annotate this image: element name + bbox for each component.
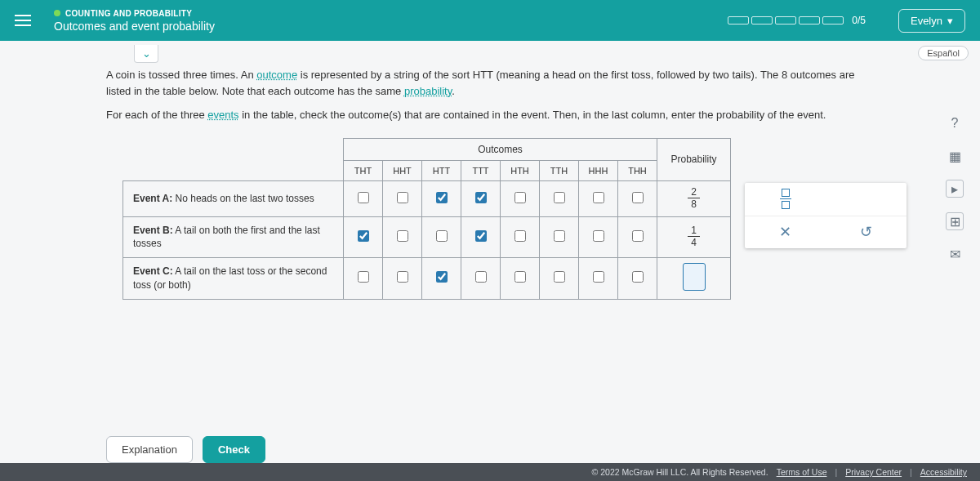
app-header: COUNTING AND PROBABILITY Outcomes and ev… bbox=[0, 0, 980, 41]
outcome-cell bbox=[344, 216, 383, 258]
outcome-checkbox[interactable] bbox=[593, 271, 604, 283]
outcome-cell bbox=[383, 258, 422, 300]
event-label: Event A: No heads on the last two tosses bbox=[123, 180, 344, 216]
outcome-checkbox[interactable] bbox=[358, 271, 369, 283]
outcomes-header: Outcomes bbox=[344, 138, 657, 160]
grid-icon: ⊞ bbox=[950, 214, 960, 229]
outcome-cell bbox=[422, 216, 461, 258]
outcome-cell bbox=[383, 216, 422, 258]
outcome-cell bbox=[461, 258, 501, 300]
input-palette: ✕ ↺ bbox=[745, 183, 906, 248]
undo-tool[interactable]: ↺ bbox=[826, 216, 906, 249]
probability-input[interactable] bbox=[683, 263, 706, 291]
probability-cell: 28 bbox=[657, 180, 731, 216]
glossary-link-outcome[interactable]: outcome bbox=[256, 69, 297, 81]
outcome-checkbox[interactable] bbox=[632, 271, 644, 283]
outcome-checkbox[interactable] bbox=[358, 192, 369, 203]
mail-icon: ✉ bbox=[950, 247, 960, 262]
outcome-checkbox[interactable] bbox=[397, 230, 408, 242]
calculator-icon: ▦ bbox=[949, 149, 961, 164]
table-row: Event B: A tail on both the first and th… bbox=[123, 216, 731, 258]
play-button[interactable]: ▸ bbox=[946, 180, 964, 198]
outcome-cell bbox=[579, 216, 618, 258]
outcome-checkbox[interactable] bbox=[514, 271, 526, 283]
user-menu[interactable]: Evelyn ▾ bbox=[898, 9, 965, 33]
chevron-down-icon: ▾ bbox=[947, 15, 953, 27]
grid-button[interactable]: ⊞ bbox=[946, 212, 964, 230]
probability-header: Probability bbox=[657, 138, 731, 180]
outcome-checkbox[interactable] bbox=[397, 192, 408, 203]
table-row: Event C: A tail on the last toss or the … bbox=[123, 258, 731, 300]
outcome-checkbox[interactable] bbox=[554, 271, 565, 283]
explanation-button[interactable]: Explanation bbox=[106, 436, 193, 463]
chevron-down-icon: ⌄ bbox=[142, 47, 151, 60]
outcome-cell bbox=[540, 258, 579, 300]
side-toolbar: ? ▦ ▸ ⊞ ✉ bbox=[946, 114, 964, 263]
probability-cell bbox=[657, 258, 731, 300]
outcome-col-HTT: HTT bbox=[422, 160, 461, 180]
outcome-checkbox[interactable] bbox=[632, 230, 644, 242]
help-icon: ? bbox=[951, 116, 959, 131]
outcome-checkbox[interactable] bbox=[632, 192, 644, 203]
outcome-cell bbox=[461, 180, 501, 216]
outcome-cell bbox=[579, 258, 618, 300]
footer: © 2022 McGraw Hill LLC. All Rights Reser… bbox=[0, 463, 980, 481]
outcome-col-HHT: HHT bbox=[383, 160, 422, 180]
outcome-cell bbox=[344, 180, 383, 216]
outcomes-table: Outcomes Probability THT HHT HTT TTT HTH… bbox=[122, 138, 731, 300]
outcome-cell bbox=[383, 180, 422, 216]
outcome-checkbox[interactable] bbox=[436, 230, 448, 242]
outcome-col-HHH: HHH bbox=[579, 160, 618, 180]
undo-icon: ↺ bbox=[860, 223, 872, 241]
outcome-cell bbox=[618, 216, 657, 258]
outcome-cell bbox=[501, 180, 540, 216]
event-label: Event B: A tail on both the first and th… bbox=[123, 216, 344, 258]
question-paragraph-1: A coin is tossed three times. An outcome… bbox=[106, 67, 874, 99]
outcome-checkbox[interactable] bbox=[514, 230, 526, 242]
glossary-link-probability[interactable]: probability bbox=[404, 85, 452, 97]
status-dot-icon bbox=[54, 10, 60, 16]
outcome-checkbox[interactable] bbox=[475, 271, 487, 283]
accessibility-link[interactable]: Accessibility bbox=[920, 467, 967, 477]
outcome-checkbox[interactable] bbox=[436, 271, 448, 283]
menu-icon[interactable] bbox=[15, 11, 31, 29]
outcome-cell bbox=[579, 180, 618, 216]
privacy-link[interactable]: Privacy Center bbox=[845, 467, 902, 477]
outcome-checkbox[interactable] bbox=[475, 230, 487, 242]
check-button[interactable]: Check bbox=[203, 436, 265, 463]
chapter-label: COUNTING AND PROBABILITY bbox=[65, 9, 192, 18]
outcome-cell bbox=[501, 216, 540, 258]
progress-indicator bbox=[728, 16, 844, 24]
outcome-checkbox[interactable] bbox=[554, 230, 565, 242]
outcome-checkbox[interactable] bbox=[358, 230, 369, 242]
outcome-col-THH: THH bbox=[618, 160, 657, 180]
outcome-col-HTH: HTH bbox=[501, 160, 540, 180]
probability-fraction: 14 bbox=[688, 225, 700, 247]
outcome-checkbox[interactable] bbox=[593, 230, 604, 242]
calculator-button[interactable]: ▦ bbox=[946, 147, 964, 165]
outcome-checkbox[interactable] bbox=[475, 192, 487, 203]
outcome-cell bbox=[501, 258, 540, 300]
outcome-checkbox[interactable] bbox=[593, 192, 604, 203]
progress-text: 0/5 bbox=[852, 15, 866, 26]
help-button[interactable]: ? bbox=[946, 114, 964, 132]
outcome-col-TTT: TTT bbox=[461, 160, 501, 180]
outcome-cell bbox=[461, 216, 501, 258]
outcome-cell bbox=[540, 180, 579, 216]
fraction-icon bbox=[780, 189, 791, 209]
table-row: Event A: No heads on the last two tosses… bbox=[123, 180, 731, 216]
terms-link[interactable]: Terms of Use bbox=[777, 467, 827, 477]
outcome-checkbox[interactable] bbox=[397, 271, 408, 283]
outcome-checkbox[interactable] bbox=[514, 192, 526, 203]
fraction-tool[interactable] bbox=[745, 183, 826, 216]
outcome-checkbox[interactable] bbox=[554, 192, 565, 203]
outcome-cell bbox=[344, 258, 383, 300]
probability-fraction: 28 bbox=[688, 187, 700, 209]
glossary-link-events[interactable]: events bbox=[207, 109, 238, 121]
question-paragraph-2: For each of the three events in the tabl… bbox=[106, 107, 874, 123]
language-toggle[interactable]: Español bbox=[918, 46, 969, 60]
clear-tool[interactable]: ✕ bbox=[745, 216, 826, 249]
feedback-button[interactable]: ✉ bbox=[946, 245, 964, 263]
outcome-col-TTH: TTH bbox=[540, 160, 579, 180]
outcome-checkbox[interactable] bbox=[436, 192, 448, 203]
